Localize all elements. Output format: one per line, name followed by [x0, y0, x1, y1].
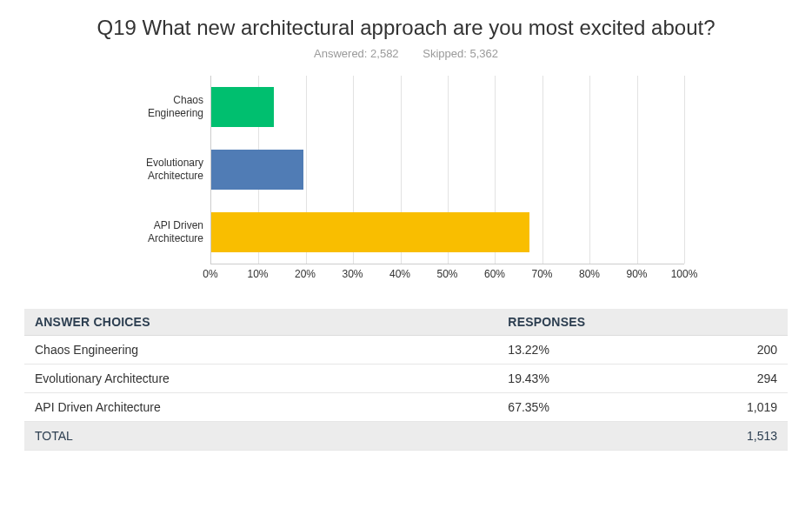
page-title: Q19 What new architectural approach are …	[24, 16, 788, 40]
cell-pct: 67.35%	[497, 393, 656, 422]
x-axis: 0% 10% 20% 30% 40% 50% 60% 70% 80% 90% 1…	[210, 264, 684, 288]
bar-track	[210, 201, 684, 264]
x-tick: 20%	[295, 268, 316, 280]
x-tick: 40%	[389, 268, 410, 280]
table-row: API Driven Architecture 67.35% 1,019	[24, 393, 788, 422]
cell-pct: 13.22%	[497, 336, 656, 365]
cell-choice: API Driven Architecture	[24, 393, 497, 422]
y-axis-label-line: Chaos	[173, 94, 203, 106]
answered-count: Answered: 2,582	[314, 47, 399, 60]
cell-count: 1,019	[656, 393, 788, 422]
bar-api-driven-architecture	[211, 212, 529, 252]
bar-chaos-engineering	[211, 87, 274, 127]
x-tick: 10%	[247, 268, 268, 280]
skipped-count: Skipped: 5,362	[423, 47, 498, 60]
table-row: Evolutionary Architecture 19.43% 294	[24, 365, 788, 393]
x-tick: 60%	[484, 268, 505, 280]
table-row-total: TOTAL 1,513	[24, 422, 788, 451]
bar-track	[210, 138, 684, 201]
bar-track	[210, 76, 684, 138]
y-axis-label: API Driven Architecture	[128, 219, 210, 245]
y-axis-label-line: Architecture	[148, 232, 203, 244]
x-tick: 100%	[671, 268, 698, 280]
bar-chart: Chaos Engineering Evolutionary Architect…	[128, 76, 684, 288]
table-row: Chaos Engineering 13.22% 200	[24, 336, 788, 365]
cell-total-count: 1,513	[656, 422, 788, 451]
x-tick: 80%	[579, 268, 600, 280]
bar-row: Evolutionary Architecture	[128, 138, 684, 201]
y-axis-label: Evolutionary Architecture	[128, 157, 210, 183]
y-axis-label-line: Engineering	[148, 107, 203, 119]
gridlines	[211, 76, 684, 138]
x-tick: 0%	[203, 268, 217, 280]
y-axis-label-line: Architecture	[148, 170, 203, 182]
col-header-responses: RESPONSES	[497, 309, 788, 336]
y-axis-label: Chaos Engineering	[128, 94, 210, 120]
cell-empty	[497, 422, 656, 451]
cell-count: 200	[656, 336, 788, 365]
x-tick: 50%	[436, 268, 457, 280]
cell-choice: Evolutionary Architecture	[24, 365, 497, 393]
x-tick: 30%	[342, 268, 363, 280]
cell-pct: 19.43%	[497, 365, 656, 393]
response-meta: Answered: 2,582 Skipped: 5,362	[24, 47, 788, 60]
col-header-choices: ANSWER CHOICES	[24, 309, 497, 336]
cell-count: 294	[656, 365, 788, 393]
results-table: ANSWER CHOICES RESPONSES Chaos Engineeri…	[24, 309, 788, 451]
x-tick: 70%	[531, 268, 552, 280]
bar-row: API Driven Architecture	[128, 201, 684, 264]
cell-total-label: TOTAL	[24, 422, 497, 451]
y-axis-label-line: API Driven	[154, 219, 203, 231]
x-tick: 90%	[626, 268, 647, 280]
y-axis-label-line: Evolutionary	[146, 157, 203, 169]
bar-row: Chaos Engineering	[128, 76, 684, 138]
bar-evolutionary-architecture	[211, 150, 303, 190]
cell-choice: Chaos Engineering	[24, 336, 497, 365]
